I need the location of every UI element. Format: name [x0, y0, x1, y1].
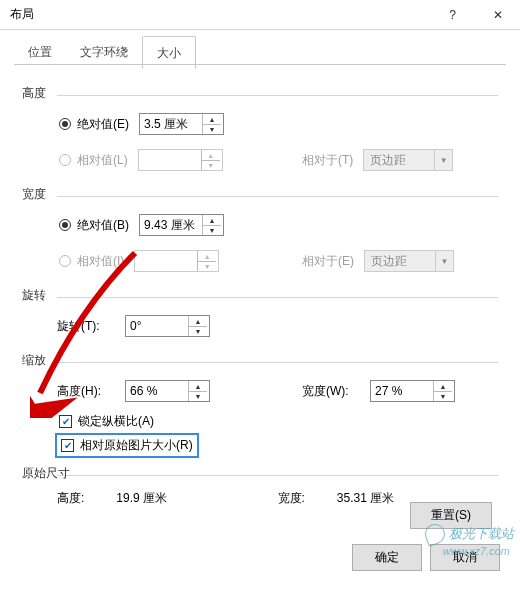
height-rel-row: 相对值(L) ▲▼ 相对于(T) 页边距 ▼ [57, 142, 498, 178]
height-abs-radio[interactable] [59, 118, 71, 130]
tab-divider [14, 64, 506, 65]
spinner-up-icon[interactable]: ▲ [203, 114, 221, 124]
rotation-row: 旋转(T): ▲▼ [57, 308, 498, 344]
width-rel-label: 相对值(I) [77, 253, 124, 270]
lock-aspect-row: ✔ 锁定纵横比(A) [59, 409, 498, 433]
width-rel-input [135, 251, 197, 271]
spinner-down-icon: ▼ [198, 261, 216, 271]
height-abs-input[interactable] [140, 114, 202, 134]
spinner-down-icon[interactable]: ▼ [203, 124, 221, 134]
scale-h-label: 高度(H): [57, 383, 115, 400]
width-abs-radio[interactable] [59, 219, 71, 231]
lock-aspect-label: 锁定纵横比(A) [78, 413, 154, 430]
reset-button[interactable]: 重置(S) [410, 502, 492, 529]
section-width: 绝对值(B) ▲▼ 相对值(I) ▲▼ 相对于(E) 页边距 [57, 196, 498, 279]
original-h-value: 19.9 厘米 [116, 490, 167, 507]
relative-original-checkbox[interactable]: ✔ [61, 439, 74, 452]
tab-size[interactable]: 大小 [142, 36, 196, 69]
height-rel-input [139, 150, 201, 170]
chevron-down-icon: ▼ [434, 150, 452, 170]
relative-original-row: ✔ 相对原始图片大小(R) [59, 433, 498, 457]
rotation-angle-label: 旋转(T): [57, 318, 115, 335]
original-w-label: 宽度: [278, 490, 305, 507]
rotation-input[interactable] [126, 316, 188, 336]
spinner-down-icon[interactable]: ▼ [203, 225, 221, 235]
cancel-button[interactable]: 取消 [430, 544, 500, 571]
help-icon[interactable]: ? [430, 0, 475, 30]
scale-w-label: 宽度(W): [302, 383, 360, 400]
height-rel-to-combo: 页边距 ▼ [363, 149, 453, 171]
spinner-up-icon[interactable]: ▲ [434, 381, 452, 391]
scale-h-input[interactable] [126, 381, 188, 401]
spinner-up-icon[interactable]: ▲ [203, 215, 221, 225]
width-abs-spinner[interactable]: ▲▼ [139, 214, 224, 236]
width-abs-row: 绝对值(B) ▲▼ [57, 207, 498, 243]
spinner-up-icon[interactable]: ▲ [189, 316, 207, 326]
section-rotation: 旋转(T): ▲▼ [57, 297, 498, 344]
spinner-up-icon[interactable]: ▲ [189, 381, 207, 391]
spinner-down-icon[interactable]: ▼ [189, 326, 207, 336]
window-controls: ? ✕ [430, 0, 520, 30]
title-bar: 布局 ? ✕ [0, 0, 520, 30]
annotation-highlight: ✔ 相对原始图片大小(R) [55, 433, 199, 458]
height-abs-spinner[interactable]: ▲ ▼ [139, 113, 224, 135]
width-abs-label: 绝对值(B) [77, 217, 129, 234]
width-abs-input[interactable] [140, 215, 202, 235]
tab-content: 高度 绝对值(E) ▲ ▼ 相对值(L) ▲ [0, 69, 520, 507]
width-rel-row: 相对值(I) ▲▼ 相对于(E) 页边距 ▼ [57, 243, 498, 279]
spinner-down-icon[interactable]: ▼ [189, 391, 207, 401]
rotation-spinner[interactable]: ▲▼ [125, 315, 210, 337]
original-w-value: 35.31 厘米 [337, 490, 394, 507]
chevron-down-icon: ▼ [435, 251, 453, 271]
spinner-down-icon[interactable]: ▼ [434, 391, 452, 401]
height-rel-radio[interactable] [59, 154, 71, 166]
dialog-buttons: 确定 取消 [352, 544, 500, 571]
scale-h-spinner[interactable]: ▲▼ [125, 380, 210, 402]
height-rel-label: 相对值(L) [77, 152, 128, 169]
scale-w-spinner[interactable]: ▲▼ [370, 380, 455, 402]
ok-button[interactable]: 确定 [352, 544, 422, 571]
window-title: 布局 [0, 6, 34, 23]
width-rel-to-label: 相对于(E) [302, 253, 354, 270]
scale-values-row: 高度(H): ▲▼ 宽度(W): ▲▼ [57, 373, 498, 409]
spinner-down-icon: ▼ [202, 160, 220, 170]
reset-row: 重置(S) [410, 502, 492, 529]
width-rel-spinner: ▲▼ [134, 250, 219, 272]
scale-w-input[interactable] [371, 381, 433, 401]
spinner-up-icon: ▲ [198, 251, 216, 261]
width-rel-radio[interactable] [59, 255, 71, 267]
width-rel-to-value: 页边距 [365, 251, 435, 271]
width-rel-to-combo: 页边距 ▼ [364, 250, 454, 272]
section-height: 绝对值(E) ▲ ▼ 相对值(L) ▲▼ 相对 [57, 95, 498, 178]
close-icon[interactable]: ✕ [475, 0, 520, 30]
lock-aspect-checkbox[interactable]: ✔ [59, 415, 72, 428]
relative-original-label: 相对原始图片大小(R) [80, 437, 193, 454]
height-abs-label: 绝对值(E) [77, 116, 129, 133]
height-rel-to-value: 页边距 [364, 150, 434, 170]
original-h-label: 高度: [57, 490, 84, 507]
height-rel-to-label: 相对于(T) [302, 152, 353, 169]
spinner-up-icon: ▲ [202, 150, 220, 160]
height-abs-row: 绝对值(E) ▲ ▼ [57, 106, 498, 142]
height-rel-spinner: ▲▼ [138, 149, 223, 171]
section-scale: 高度(H): ▲▼ 宽度(W): ▲▼ ✔ 锁定纵横比(A) ✔ 相对原始图 [57, 362, 498, 457]
